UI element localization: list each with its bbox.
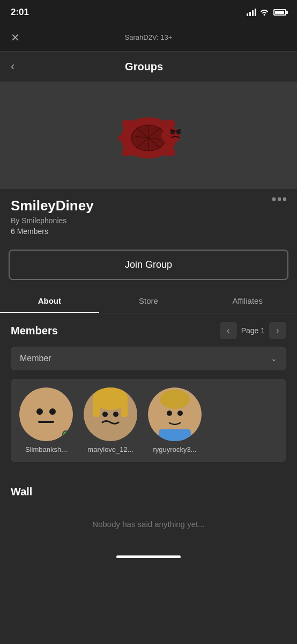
join-button-container: Join Group: [0, 250, 297, 289]
user-label: SarahD2V: 13+: [125, 33, 173, 41]
svg-point-25: [113, 412, 118, 417]
svg-point-15: [117, 135, 129, 142]
signal-icon: [247, 9, 256, 16]
svg-point-17: [36, 408, 43, 415]
svg-point-24: [102, 412, 108, 417]
online-indicator: [62, 430, 70, 438]
member-name: ryguyrocky3...: [153, 445, 197, 453]
role-value: Member: [20, 354, 51, 363]
group-banner: [0, 82, 297, 189]
svg-line-10: [177, 130, 180, 131]
wall-section: Wall Nobody has said anything yet...: [0, 475, 297, 550]
members-grid: Slimbanksh... marylove_12...: [11, 379, 286, 462]
group-name: SmileyDiney: [11, 197, 286, 214]
member-name: Slimbanksh...: [25, 445, 67, 453]
bottom-bar: [0, 550, 297, 564]
list-item[interactable]: ryguyrocky3...: [148, 387, 202, 453]
pagination: ‹ Page 1 ›: [220, 322, 286, 339]
page-title: Groups: [23, 61, 265, 73]
wall-empty-message: Nobody has said anything yet...: [11, 509, 286, 539]
tab-about[interactable]: About: [0, 289, 99, 313]
svg-rect-22: [93, 398, 100, 417]
nav-bar: ✕ SarahD2V: 13+: [0, 24, 297, 52]
svg-rect-19: [38, 421, 54, 423]
svg-point-30: [177, 411, 183, 416]
status-time: 2:01: [11, 7, 29, 18]
more-options-button[interactable]: [272, 197, 286, 201]
svg-rect-23: [121, 398, 128, 417]
svg-point-29: [167, 411, 172, 416]
avatar: [84, 387, 137, 441]
group-members-count: 6 Members: [11, 227, 286, 236]
tab-affiliates[interactable]: Affiliates: [198, 289, 297, 313]
dot: [272, 197, 276, 201]
avatar: [19, 387, 73, 441]
wifi-icon: [259, 8, 269, 17]
group-creator: By Smilephonies: [11, 216, 286, 225]
dot: [283, 197, 286, 201]
groups-header: ‹ Groups: [0, 52, 297, 82]
wall-title: Wall: [11, 486, 286, 498]
battery-icon: [273, 9, 286, 16]
members-header: Members ‹ Page 1 ›: [11, 322, 286, 339]
list-item[interactable]: Slimbanksh...: [19, 387, 73, 453]
tab-store[interactable]: Store: [99, 289, 198, 313]
svg-point-27: [160, 390, 190, 409]
chevron-down-icon: ⌄: [271, 354, 277, 363]
close-button[interactable]: ✕: [11, 31, 20, 44]
svg-rect-28: [159, 429, 191, 441]
prev-page-button[interactable]: ‹: [220, 322, 237, 339]
group-info: SmileyDiney By Smilephonies 6 Members: [0, 189, 297, 250]
list-item[interactable]: marylove_12...: [84, 387, 137, 453]
about-section: Members ‹ Page 1 › Member ⌄: [0, 313, 297, 471]
home-indicator: [116, 555, 181, 558]
tabs-container: About Store Affiliates: [0, 289, 297, 313]
status-bar: 2:01: [0, 0, 297, 24]
dot: [278, 197, 281, 201]
group-logo: [106, 106, 191, 170]
svg-point-18: [49, 408, 56, 415]
back-button[interactable]: ‹: [11, 60, 14, 74]
member-name: marylove_12...: [87, 445, 133, 453]
role-dropdown[interactable]: Member ⌄: [11, 347, 286, 370]
members-title: Members: [11, 325, 58, 337]
next-page-button[interactable]: ›: [269, 322, 286, 339]
page-label: Page 1: [241, 326, 265, 335]
status-icons: [247, 8, 286, 17]
avatar: [148, 387, 202, 441]
join-group-button[interactable]: Join Group: [9, 250, 288, 280]
